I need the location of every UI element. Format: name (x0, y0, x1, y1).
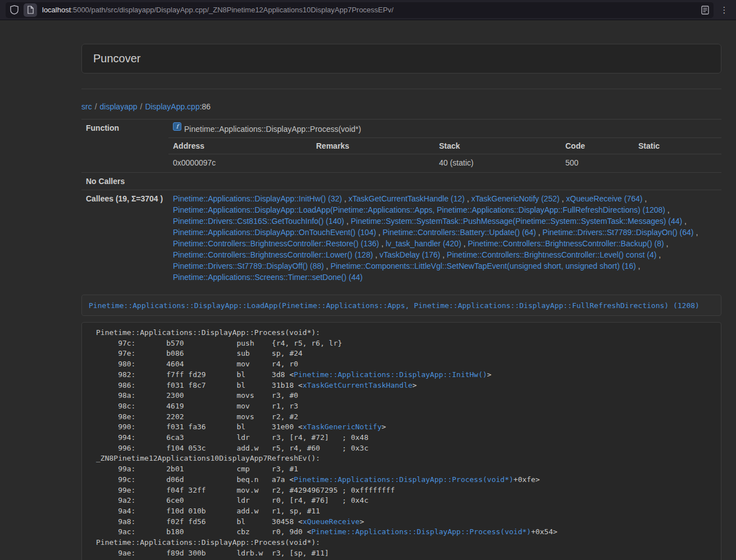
disassembly-symbol-link[interactable]: Pinetime::Applications::DisplayApp::Init… (294, 370, 487, 379)
browser-chrome: localhost:5000/path/src/displayapp/Displ… (0, 0, 736, 20)
callee-separator: , (373, 250, 380, 259)
callee-separator: , (694, 228, 698, 237)
col-header-static: Static (634, 138, 721, 154)
disassembly-symbol-link[interactable]: Pinetime::Applications::DisplayApp::Proc… (294, 475, 513, 484)
callee-separator: , (664, 239, 669, 248)
callee-separator: , (536, 228, 543, 237)
callee-separator: , (440, 250, 447, 259)
col-header-code: Code (561, 138, 634, 154)
callee-separator: , (342, 194, 349, 203)
breadcrumb-link-displayapp[interactable]: displayapp (100, 102, 138, 111)
callee-separator: , (665, 205, 670, 214)
stats-table-cell: Address Remarks Stack Code Static 0x0000… (168, 137, 721, 173)
callees-list: Pinetime::Applications::DisplayApp::Init… (173, 193, 717, 283)
cell-stack: 40 (static) (435, 154, 561, 172)
app-header: Puncover (81, 44, 721, 74)
callee-link[interactable]: Pinetime::Controllers::BrightnessControl… (173, 239, 379, 248)
function-symbol-cell: f Pinetime::Applications::DisplayApp::Pr… (168, 120, 721, 138)
no-callers-row: No Callers (81, 173, 721, 190)
callee-link[interactable]: vTaskDelay (176) (380, 250, 440, 259)
cell-static (634, 154, 721, 172)
shield-icon[interactable] (10, 5, 19, 15)
callee-link[interactable]: Pinetime::System::SystemTask::PushMessag… (351, 217, 683, 226)
function-stats-row: Address Remarks Stack Code Static 0x0000… (81, 137, 721, 173)
breadcrumb-separator: / (95, 102, 97, 111)
callee-link[interactable]: Pinetime::Controllers::Battery::Update()… (383, 228, 536, 237)
function-type-icon: f (173, 122, 181, 134)
url-bar[interactable]: localhost:5000/path/src/displayapp/Displ… (6, 2, 714, 18)
cell-code: 500 (561, 154, 634, 172)
callee-link[interactable]: Pinetime::Drivers::St7789::DisplayOn() (… (542, 228, 693, 237)
no-callers-label: No Callers (81, 173, 168, 190)
menu-kebab-icon[interactable]: ⋮ (718, 6, 730, 14)
disassembly-symbol-link[interactable]: xQueueReceive (303, 517, 360, 526)
function-row-label: Function (81, 120, 168, 138)
callee-link[interactable]: Pinetime::Drivers::Cst816S::GetTouchInfo… (173, 217, 344, 226)
callee-separator: , (461, 239, 468, 248)
callees-label: Callees (19, Σ=3704 ) (81, 190, 168, 286)
col-header-address: Address (168, 138, 312, 154)
callee-separator: , (656, 250, 661, 259)
breadcrumb-line-number: :86 (200, 102, 211, 111)
reader-mode-icon[interactable] (701, 6, 709, 15)
callee-link[interactable]: lv_task_handler (420) (386, 239, 461, 248)
callees-cell: Pinetime::Applications::DisplayApp::Init… (168, 190, 721, 286)
page-identity-button[interactable] (24, 3, 37, 17)
breadcrumb-link-file[interactable]: DisplayApp.cpp (145, 102, 199, 111)
callee-link[interactable]: Pinetime::Controllers::BrightnessControl… (447, 250, 656, 259)
callees-row: Callees (19, Σ=3704 ) Pinetime::Applicat… (81, 190, 721, 286)
disassembly-symbol-link[interactable]: xTaskGetCurrentTaskHandle (303, 381, 413, 389)
function-row: Function f Pinetime::Applications::Displ… (81, 120, 721, 138)
callee-link[interactable]: xQueueReceive (764) (566, 194, 642, 203)
callee-separator: , (642, 194, 647, 203)
callee-separator: , (376, 228, 383, 237)
divider (81, 89, 721, 89)
callee-separator: , (560, 194, 566, 203)
breadcrumb-link-src[interactable]: src (81, 102, 92, 111)
callee-link[interactable]: Pinetime::Applications::DisplayApp::OnTo… (173, 228, 376, 237)
empty-label-cell (81, 137, 168, 173)
callee-separator: , (379, 239, 386, 248)
callee-link[interactable]: Pinetime::Controllers::BrightnessControl… (173, 250, 373, 259)
function-info-table: Function f Pinetime::Applications::Displ… (81, 119, 721, 286)
col-header-stack: Stack (435, 138, 561, 154)
page-icon (27, 6, 34, 14)
url-text: localhost:5000/path/src/displayapp/Displ… (42, 6, 696, 14)
function-symbol-name: Pinetime::Applications::DisplayApp::Proc… (184, 125, 361, 134)
url-path: :5000/path/src/displayapp/DisplayApp.cpp… (71, 6, 394, 14)
callee-link[interactable]: xTaskGetCurrentTaskHandle (12) (349, 194, 465, 203)
no-callers-cell (168, 173, 721, 190)
disassembly-panel: Pinetime::Applications::DisplayApp::Proc… (81, 322, 721, 560)
url-host: localhost (42, 6, 71, 14)
stats-row: 0x0000097c 40 (static) 500 (168, 154, 721, 172)
col-header-remarks: Remarks (312, 138, 435, 154)
callee-link[interactable]: Pinetime::Applications::DisplayApp::Load… (173, 205, 665, 214)
disassembly-symbol-link[interactable]: Pinetime::Applications::DisplayApp::Proc… (312, 527, 531, 536)
callee-separator: , (636, 261, 641, 270)
callee-separator: , (682, 217, 687, 226)
callee-link[interactable]: Pinetime::Controllers::BrightnessControl… (468, 239, 664, 248)
cell-remarks (312, 154, 435, 172)
callee-symbol-panel: Pinetime::Applications::DisplayApp::Load… (81, 295, 721, 316)
disassembly-pre: Pinetime::Applications::DisplayApp::Proc… (82, 323, 721, 560)
cell-address: 0x0000097c (168, 154, 312, 172)
callee-link[interactable]: Pinetime::Drivers::St7789::DisplayOff() … (173, 261, 324, 270)
callee-separator: , (344, 217, 351, 226)
puncover-page: Puncover src/displayapp/DisplayApp.cpp:8… (0, 20, 736, 560)
disassembly-symbol-link[interactable]: xTaskGenericNotify (303, 423, 382, 431)
breadcrumb-separator: / (140, 102, 143, 111)
callee-link[interactable]: Pinetime::Applications::Screens::Timer::… (173, 273, 363, 282)
callee-separator: , (465, 194, 472, 203)
callee-separator: , (324, 261, 331, 270)
breadcrumb: src/displayapp/DisplayApp.cpp:86 (81, 101, 721, 112)
page-title: Puncover (93, 52, 710, 65)
stats-table: Address Remarks Stack Code Static 0x0000… (168, 137, 721, 171)
callee-link[interactable]: Pinetime::Applications::DisplayApp::Init… (173, 194, 342, 203)
callee-panel-heading-link[interactable]: Pinetime::Applications::DisplayApp::Load… (89, 301, 700, 310)
callee-link[interactable]: xTaskGenericNotify (252) (471, 194, 559, 203)
callee-link[interactable]: Pinetime::Components::LittleVgl::SetNewT… (331, 261, 636, 270)
